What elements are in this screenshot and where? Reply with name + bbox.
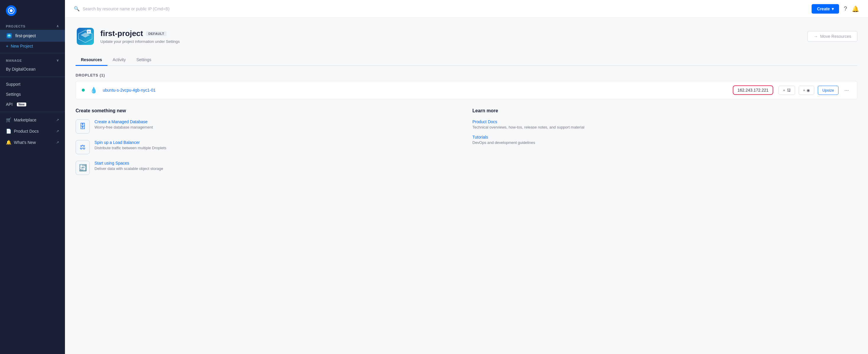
learn-product-docs: Product Docs Technical overviews, how-to… bbox=[472, 119, 857, 129]
sidebar-item-product-docs[interactable]: 📄 Product Docs ↗ bbox=[0, 125, 65, 137]
sidebar-item-settings[interactable]: Settings bbox=[0, 89, 65, 99]
svg-text:✏: ✏ bbox=[88, 30, 90, 33]
project-logo-icon bbox=[6, 32, 12, 39]
droplet-icon: 💧 bbox=[90, 87, 97, 94]
droplet-row: 💧 ubuntu-s-2vcpu-4gb-nyc1-01 162.243.172… bbox=[75, 81, 857, 99]
product-docs-icon: 📄 bbox=[6, 128, 11, 134]
sidebar-item-marketplace[interactable]: 🛒 Marketplace ↗ bbox=[0, 114, 65, 125]
default-badge: DEFAULT bbox=[146, 31, 166, 36]
upsize-label: Upsize bbox=[822, 88, 834, 92]
notifications-icon[interactable]: 🔔 bbox=[852, 5, 859, 12]
sidebar-item-whats-new[interactable]: 🔔 What's New ↗ bbox=[0, 137, 65, 148]
learn-tutorials: Tutorials DevOps and development guideli… bbox=[472, 135, 857, 145]
project-title-area: first-project DEFAULT Update your projec… bbox=[100, 29, 180, 44]
sidebar-project-name: first-project bbox=[16, 33, 36, 38]
move-resources-button[interactable]: → Move Resources bbox=[807, 31, 857, 42]
create-section-title: Create something new bbox=[75, 108, 461, 114]
add-floating-ip-button[interactable]: + ◉ bbox=[799, 86, 814, 95]
upsize-button[interactable]: Upsize bbox=[818, 86, 838, 95]
content-area: ✏ first-project DEFAULT Update your proj… bbox=[65, 18, 868, 354]
marketplace-label: Marketplace bbox=[14, 118, 36, 122]
project-subtitle: Update your project information under Se… bbox=[100, 39, 180, 44]
create-load-balancer-link[interactable]: Spin up a Load Balancer bbox=[94, 140, 166, 145]
projects-section-header: PROJECTS ∧ bbox=[0, 21, 65, 30]
tab-resources[interactable]: Resources bbox=[75, 54, 107, 66]
create-something-new: Create something new 🗄 Create a Managed … bbox=[75, 108, 461, 181]
create-managed-database: 🗄 Create a Managed Database Worry-free d… bbox=[75, 119, 461, 134]
create-managed-database-desc: Worry-free database management bbox=[94, 125, 153, 129]
spaces-icon: 🔄 bbox=[75, 161, 90, 175]
topbar-right: Create ▾ ? 🔔 bbox=[812, 4, 859, 13]
manage-section-header: MANAGE ∨ bbox=[0, 56, 65, 64]
svg-point-1 bbox=[10, 9, 13, 12]
tutorials-link[interactable]: Tutorials bbox=[472, 135, 857, 140]
tabs: Resources Activity Settings bbox=[75, 54, 857, 66]
help-icon[interactable]: ? bbox=[844, 5, 847, 12]
search-bar: 🔍 Search by resource name or public IP (… bbox=[74, 6, 812, 11]
sidebar: PROJECTS ∧ first-project + New Project M… bbox=[0, 0, 65, 354]
product-docs-desc: Technical overviews, how-tos, release no… bbox=[472, 125, 857, 129]
topbar: 🔍 Search by resource name or public IP (… bbox=[65, 0, 868, 18]
create-chevron-icon: ▾ bbox=[832, 6, 834, 11]
create-spaces: 🔄 Start using Spaces Deliver data with s… bbox=[75, 161, 461, 175]
sidebar-item-api[interactable]: API New bbox=[0, 99, 65, 109]
project-info: ✏ first-project DEFAULT Update your proj… bbox=[75, 27, 180, 46]
search-placeholder: Search by resource name or public IP (Cm… bbox=[83, 6, 169, 11]
project-icon: ✏ bbox=[75, 27, 95, 46]
droplet-ip: 162.243.172.221 bbox=[733, 85, 773, 95]
tab-settings[interactable]: Settings bbox=[131, 54, 157, 66]
learn-more-section: Learn more Product Docs Technical overvi… bbox=[472, 108, 857, 181]
main-area: 🔍 Search by resource name or public IP (… bbox=[65, 0, 868, 354]
droplet-name[interactable]: ubuntu-s-2vcpu-4gb-nyc1-01 bbox=[103, 88, 727, 92]
create-button[interactable]: Create ▾ bbox=[812, 4, 839, 13]
create-managed-database-link[interactable]: Create a Managed Database bbox=[94, 119, 153, 124]
app-logo[interactable] bbox=[6, 5, 17, 16]
droplets-section-header: DROPLETS (1) bbox=[75, 73, 857, 78]
sidebar-item-support[interactable]: Support bbox=[0, 79, 65, 89]
database-icon: 🗄 bbox=[75, 119, 90, 134]
droplet-status-indicator bbox=[82, 89, 85, 92]
project-header: ✏ first-project DEFAULT Update your proj… bbox=[75, 27, 857, 46]
product-docs-external-icon: ↗ bbox=[56, 129, 59, 133]
droplet-actions: + 🖫 + ◉ Upsize ··· bbox=[779, 86, 851, 95]
sidebar-divider-2 bbox=[0, 77, 65, 77]
sidebar-logo bbox=[0, 0, 65, 21]
tutorials-desc: DevOps and development guidelines bbox=[472, 140, 857, 145]
learn-more-title: Learn more bbox=[472, 108, 857, 114]
sidebar-divider-1 bbox=[0, 53, 65, 53]
sidebar-item-by-digitalocean[interactable]: By DigitalOcean bbox=[0, 64, 65, 74]
start-using-spaces-link[interactable]: Start using Spaces bbox=[94, 161, 163, 166]
marketplace-external-icon: ↗ bbox=[56, 118, 59, 122]
create-load-balancer: ⚖ Spin up a Load Balancer Distribute tra… bbox=[75, 140, 461, 154]
whats-new-external-icon: ↗ bbox=[56, 140, 59, 145]
marketplace-icon: 🛒 bbox=[6, 117, 11, 123]
start-using-spaces-desc: Deliver data with scalable object storag… bbox=[94, 166, 163, 171]
whats-new-icon: 🔔 bbox=[6, 140, 11, 145]
search-icon: 🔍 bbox=[74, 6, 80, 11]
load-balancer-icon: ⚖ bbox=[75, 140, 90, 154]
sidebar-item-first-project[interactable]: first-project bbox=[0, 30, 65, 42]
more-options-button[interactable]: ··· bbox=[842, 86, 851, 94]
by-digitalocean-label: By DigitalOcean bbox=[6, 67, 35, 71]
move-resources-label: Move Resources bbox=[820, 34, 851, 39]
whats-new-label: What's New bbox=[14, 140, 36, 145]
tab-activity[interactable]: Activity bbox=[107, 54, 131, 66]
api-new-badge: New bbox=[17, 102, 27, 107]
project-name: first-project bbox=[100, 29, 143, 38]
product-docs-link[interactable]: Product Docs bbox=[472, 119, 857, 124]
support-label: Support bbox=[6, 82, 20, 87]
product-docs-label: Product Docs bbox=[14, 129, 39, 134]
create-load-balancer-desc: Distribute traffic between multiple Drop… bbox=[94, 146, 166, 150]
project-icon-wrap: ✏ bbox=[75, 27, 95, 46]
add-volume-button[interactable]: + 🖫 bbox=[779, 86, 795, 95]
settings-label: Settings bbox=[6, 92, 21, 97]
api-label: API bbox=[6, 102, 13, 107]
sidebar-divider-3 bbox=[0, 112, 65, 112]
create-learn-section: Create something new 🗄 Create a Managed … bbox=[75, 108, 857, 181]
move-resources-arrow-icon: → bbox=[814, 34, 818, 39]
project-title: first-project DEFAULT bbox=[100, 29, 180, 38]
new-project-button[interactable]: + New Project bbox=[0, 42, 65, 51]
